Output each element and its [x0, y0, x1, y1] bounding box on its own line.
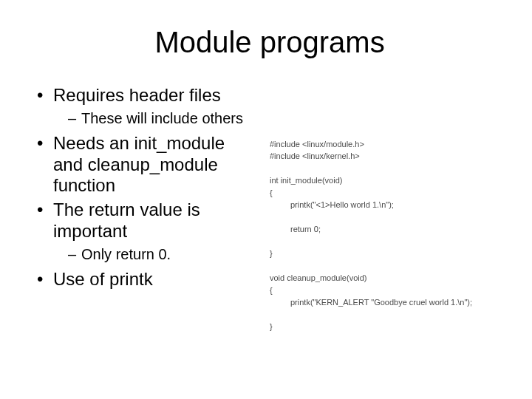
main-bullet-list: Requires header files These will include… — [37, 85, 259, 290]
code-line: } — [270, 322, 273, 331]
bullet-item: Requires header files These will include… — [37, 85, 259, 127]
code-line: printk("KERN_ALERT "Goodbye cruel world … — [270, 296, 502, 309]
slide-title: Module programs — [37, 26, 502, 59]
code-block: #include <linux/module.h> #include <linu… — [270, 126, 502, 345]
bullet-text: The return value is important — [53, 200, 200, 241]
code-line: return 0; — [270, 223, 502, 236]
bullet-text: Use of printk — [53, 269, 153, 289]
sub-bullet-text: Only return 0. — [81, 246, 171, 262]
content-area: Requires header files These will include… — [37, 85, 502, 345]
sub-bullet-item: Only return 0. — [68, 245, 259, 263]
sub-bullet-text: These will include others — [81, 110, 243, 126]
code-line: { — [270, 286, 273, 295]
bullet-text: Needs an init_module and cleanup_module … — [53, 133, 225, 196]
code-column: #include <linux/module.h> #include <linu… — [266, 85, 502, 345]
bullet-item: Needs an init_module and cleanup_module … — [37, 133, 259, 197]
bullet-column: Requires header files These will include… — [37, 85, 259, 345]
code-line: printk("<1>Hello world 1.\n"); — [270, 199, 502, 211]
sub-bullet-item: These will include others — [68, 109, 259, 127]
sub-bullet-list: These will include others — [53, 109, 259, 127]
code-line: } — [270, 249, 273, 258]
code-line: #include <linux/module.h> — [270, 140, 364, 149]
code-line: void cleanup_module(void) — [270, 273, 366, 282]
code-line: int init_module(void) — [270, 176, 342, 185]
code-line: { — [270, 188, 273, 197]
sub-bullet-list: Only return 0. — [53, 245, 259, 263]
bullet-item: Use of printk — [37, 269, 259, 290]
code-line: #include <linux/kernel.h> — [270, 151, 360, 160]
bullet-text: Requires header files — [53, 85, 221, 105]
bullet-item: The return value is important Only retur… — [37, 200, 259, 263]
slide: Module programs Requires header files Th… — [0, 0, 532, 399]
